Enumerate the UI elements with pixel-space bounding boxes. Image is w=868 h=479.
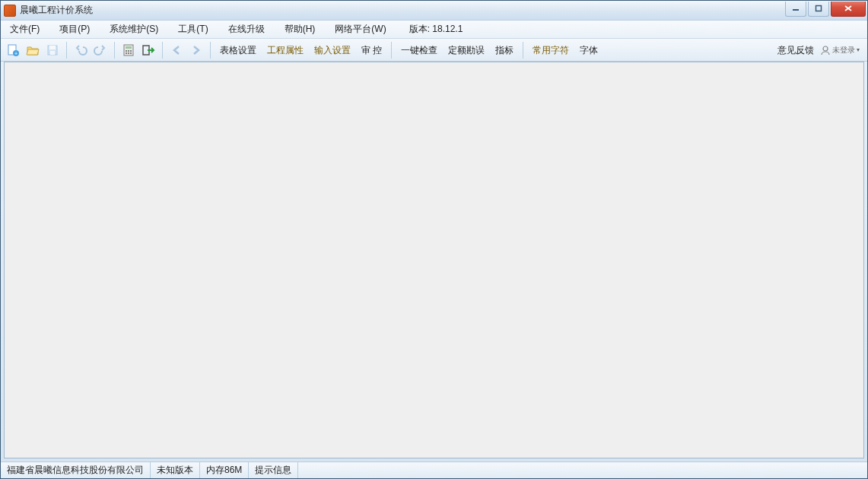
project-properties-button[interactable]: 工程属性	[262, 41, 308, 59]
toolbar-separator	[66, 42, 67, 59]
menu-network[interactable]: 网络平台(W)	[332, 21, 389, 37]
window-title: 晨曦工程计价系统	[20, 4, 93, 17]
minimize-button[interactable]	[785, 2, 806, 17]
feedback-button[interactable]: 意见反馈	[773, 41, 819, 59]
maximize-icon	[815, 5, 822, 12]
user-icon	[820, 45, 831, 56]
save-icon	[46, 43, 59, 57]
status-company: 福建省晨曦信息科技股份有限公司	[1, 462, 151, 478]
status-memory: 内存86M	[200, 462, 249, 478]
app-window: 晨曦工程计价系统 文件(F) 项目(P) 系统维护(S) 工具(T) 在线升级 …	[0, 0, 868, 479]
toolbar-separator	[162, 42, 163, 59]
svg-rect-15	[126, 52, 127, 54]
calculator-icon	[122, 43, 135, 57]
new-button[interactable]: +	[4, 41, 22, 59]
titlebar: 晨曦工程计价系统	[1, 1, 867, 21]
input-settings-button[interactable]: 输入设置	[310, 41, 355, 59]
app-icon	[4, 5, 16, 17]
nav-forward-button[interactable]	[187, 41, 205, 59]
window-controls	[785, 2, 867, 17]
user-status-label: 未登录	[832, 45, 855, 56]
toolbar-separator	[114, 42, 115, 59]
menubar: 文件(F) 项目(P) 系统维护(S) 工具(T) 在线升级 帮助(H) 网络平…	[1, 21, 867, 39]
undo-button[interactable]	[72, 41, 90, 59]
save-button[interactable]	[43, 41, 62, 59]
exit-button[interactable]	[139, 41, 157, 59]
redo-button[interactable]	[91, 41, 110, 59]
menu-help[interactable]: 帮助(H)	[281, 21, 319, 37]
common-chars-button[interactable]: 常用字符	[528, 41, 574, 59]
toolbar-separator	[523, 42, 523, 59]
svg-rect-14	[130, 50, 132, 52]
redo-icon	[94, 43, 107, 57]
quota-errata-button[interactable]: 定额勘误	[444, 41, 489, 59]
font-button[interactable]: 字体	[575, 41, 603, 59]
menu-tools[interactable]: 工具(T)	[175, 21, 211, 37]
arrow-right-icon	[189, 43, 203, 57]
svg-rect-13	[128, 50, 129, 52]
content-area	[4, 62, 864, 458]
close-button[interactable]	[831, 2, 866, 17]
menu-maintenance[interactable]: 系统维护(S)	[107, 21, 161, 37]
svg-point-19	[823, 46, 828, 51]
menu-project[interactable]: 项目(P)	[56, 21, 93, 37]
nav-back-button[interactable]	[167, 41, 186, 59]
toolbar: +	[1, 39, 867, 62]
arrow-left-icon	[170, 43, 183, 57]
svg-rect-12	[126, 50, 127, 52]
svg-rect-17	[130, 52, 132, 54]
svg-rect-16	[128, 52, 129, 54]
minimize-icon	[792, 5, 800, 12]
close-icon	[844, 5, 853, 12]
statusbar: 福建省晨曦信息科技股份有限公司 未知版本 内存86M 提示信息	[1, 462, 867, 478]
svg-rect-9	[50, 51, 55, 55]
chevron-down-icon: ▾	[857, 46, 860, 53]
calculator-button[interactable]	[119, 41, 138, 59]
user-status-button[interactable]: 未登录 ▾	[820, 45, 864, 56]
exit-icon	[141, 43, 155, 57]
indicator-button[interactable]: 指标	[491, 41, 518, 59]
svg-rect-11	[126, 46, 132, 49]
svg-rect-1	[816, 6, 822, 11]
maximize-button[interactable]	[808, 2, 829, 17]
toolbar-separator	[391, 42, 392, 59]
toolbar-separator	[210, 42, 211, 59]
table-settings-button[interactable]: 表格设置	[215, 41, 261, 59]
new-file-icon: +	[6, 43, 20, 57]
menu-file[interactable]: 文件(F)	[7, 21, 43, 37]
version-label: 版本: 18.12.1	[406, 21, 466, 37]
menu-upgrade[interactable]: 在线升级	[225, 21, 268, 37]
audit-button[interactable]: 审 控	[357, 41, 386, 59]
svg-rect-8	[49, 46, 56, 49]
open-button[interactable]	[24, 41, 42, 59]
one-click-check-button[interactable]: 一键检查	[396, 41, 442, 59]
status-version: 未知版本	[151, 462, 200, 478]
folder-open-icon	[26, 43, 40, 57]
svg-text:+: +	[14, 51, 17, 56]
undo-icon	[74, 43, 87, 57]
status-hint: 提示信息	[249, 462, 298, 478]
